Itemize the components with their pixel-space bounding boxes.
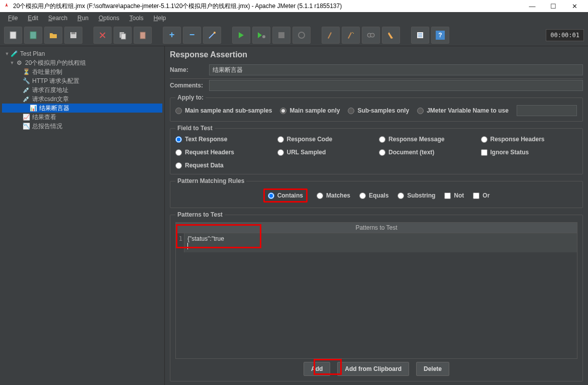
expand-button[interactable]: + (163, 27, 181, 44)
jmeter-logo-icon (3, 3, 10, 10)
save-button[interactable] (64, 27, 82, 44)
add-clipboard-button[interactable]: Add from Clipboard (337, 362, 409, 376)
function-helper-button[interactable] (411, 27, 429, 44)
menu-edit[interactable]: Edit (23, 14, 43, 23)
field-document-text[interactable]: Document (text) (379, 149, 476, 156)
window-title: 20个模拟用户的线程组.jmx (F:\software\apache-jmet… (13, 2, 342, 11)
close-button[interactable]: ✕ (564, 0, 585, 12)
plus-icon: + (169, 30, 175, 40)
comments-label: Comments: (170, 82, 209, 89)
help-icon: ? (436, 31, 445, 40)
tree-node-thread-group[interactable]: ▼⚙20个模拟用户的线程组 (2, 58, 162, 67)
pattern-cell[interactable]: {"status":"true (184, 233, 577, 252)
menu-file[interactable]: File (3, 14, 23, 23)
add-button[interactable]: Add (304, 362, 330, 376)
clear-button[interactable] (322, 27, 340, 44)
templates-button[interactable] (24, 27, 42, 44)
comments-field[interactable] (209, 80, 583, 91)
stop-icon (278, 32, 285, 39)
collapse-button[interactable]: − (183, 27, 201, 44)
maximize-button[interactable]: ☐ (543, 0, 564, 12)
save-icon (69, 31, 78, 40)
wand-icon (208, 31, 217, 40)
field-response-code[interactable]: Response Code (277, 136, 374, 143)
tree-node-test-plan[interactable]: ▼🧪Test Plan (2, 49, 162, 58)
pmr-equals[interactable]: Equals (359, 188, 388, 203)
tree-node-view-results[interactable]: 📈结果查看 (2, 113, 162, 122)
search-tb-button[interactable] (362, 27, 380, 44)
reset-search-button[interactable] (382, 27, 400, 44)
new-button[interactable] (4, 27, 22, 44)
folder-open-icon (49, 31, 58, 40)
binoculars-icon (366, 31, 375, 40)
apply-to-fieldset: Apply to: Main sample and sub-samples Ma… (170, 94, 583, 122)
apply-main-only[interactable]: Main sample only (280, 107, 340, 114)
cut-button[interactable] (93, 27, 112, 44)
pmr-or[interactable]: Or (473, 188, 489, 203)
tree-node-csdn[interactable]: 💉请求csdn文章 (2, 94, 162, 104)
name-field[interactable] (209, 64, 583, 75)
pmr-not[interactable]: Not (444, 188, 464, 203)
window-titlebar: 20个模拟用户的线程组.jmx (F:\software\apache-jmet… (0, 0, 588, 12)
open-button[interactable] (44, 27, 62, 44)
shutdown-button[interactable] (292, 27, 311, 44)
pattern-matching-fieldset: Pattern Matching Rules Contains Matches … (170, 177, 583, 208)
tree-node-assertion[interactable]: 📊结果断言器 (2, 104, 162, 113)
pmr-matches[interactable]: Matches (317, 188, 350, 203)
menu-run[interactable]: Run (72, 14, 93, 23)
minimize-button[interactable]: — (522, 0, 543, 12)
apply-sub-only[interactable]: Sub-samples only (348, 107, 409, 114)
pmr-substring[interactable]: Substring (398, 188, 435, 203)
broom-icon (326, 31, 335, 40)
tree-node-baidu[interactable]: 💉请求百度地址 (2, 85, 162, 94)
toolbar: + − ? 00:00:01 (0, 24, 588, 46)
broom2-icon (346, 31, 355, 40)
help-button[interactable]: ? (431, 27, 449, 44)
field-ignore-status[interactable]: Ignore Status (481, 149, 578, 156)
field-text-response[interactable]: Text Response (175, 136, 272, 143)
report-icon: 📉 (22, 122, 30, 130)
start-notimers-button[interactable] (252, 27, 270, 44)
toggle-button[interactable] (203, 27, 221, 44)
svg-rect-3 (71, 32, 75, 34)
apply-var[interactable]: JMeter Variable Name to use (417, 107, 509, 114)
svg-rect-0 (10, 32, 16, 39)
field-response-message[interactable]: Response Message (379, 136, 476, 143)
svg-point-7 (214, 32, 216, 34)
paste-button[interactable] (134, 27, 152, 44)
svg-point-10 (299, 32, 305, 38)
template-icon (29, 31, 38, 40)
field-request-data[interactable]: Request Data (175, 162, 272, 169)
tree-node-summary[interactable]: 📉总报告情况 (2, 122, 162, 131)
file-icon (9, 31, 18, 40)
hourglass-icon: ⏳ (22, 68, 30, 76)
pipette-icon: 💉 (22, 86, 30, 94)
start-button[interactable] (232, 27, 250, 44)
menu-tools[interactable]: Tools (125, 14, 149, 23)
menu-options[interactable]: Options (93, 14, 124, 23)
shutdown-icon (298, 31, 306, 39)
field-url-sampled[interactable]: URL Sampled (277, 149, 374, 156)
variable-name-field[interactable] (517, 105, 577, 116)
pmr-contains[interactable]: Contains (268, 192, 303, 199)
field-response-headers[interactable]: Response Headers (481, 136, 578, 143)
stop-button[interactable] (272, 27, 290, 44)
scissors-icon (98, 31, 107, 40)
patterns-to-test-fieldset: Patterns to Test Patterns to Test 1 {"st… (170, 211, 583, 381)
gear-icon: ⚙ (15, 59, 23, 67)
delete-button[interactable]: Delete (416, 362, 449, 376)
clear-all-button[interactable] (342, 27, 360, 44)
test-plan-tree[interactable]: ▼🧪Test Plan ▼⚙20个模拟用户的线程组 ⏳吞吐量控制 🔧HTTP 请… (0, 46, 165, 385)
apply-main-sub[interactable]: Main sample and sub-samples (175, 107, 272, 114)
menu-help[interactable]: Help (149, 14, 171, 23)
tree-node-http-header[interactable]: 🔧HTTP 请求头配置 (2, 76, 162, 85)
field-request-headers[interactable]: Request Headers (175, 149, 272, 156)
wrench-icon: 🔧 (22, 77, 30, 85)
patterns-table[interactable]: 1 {"status":"true (175, 233, 577, 359)
tree-node-throughput[interactable]: ⏳吞吐量控制 (2, 67, 162, 76)
copy-button[interactable] (114, 27, 132, 44)
assertion-icon: 📊 (29, 104, 37, 112)
pattern-row[interactable]: 1 {"status":"true (176, 233, 577, 252)
menu-search[interactable]: Search (43, 14, 72, 23)
list-icon (416, 31, 425, 40)
